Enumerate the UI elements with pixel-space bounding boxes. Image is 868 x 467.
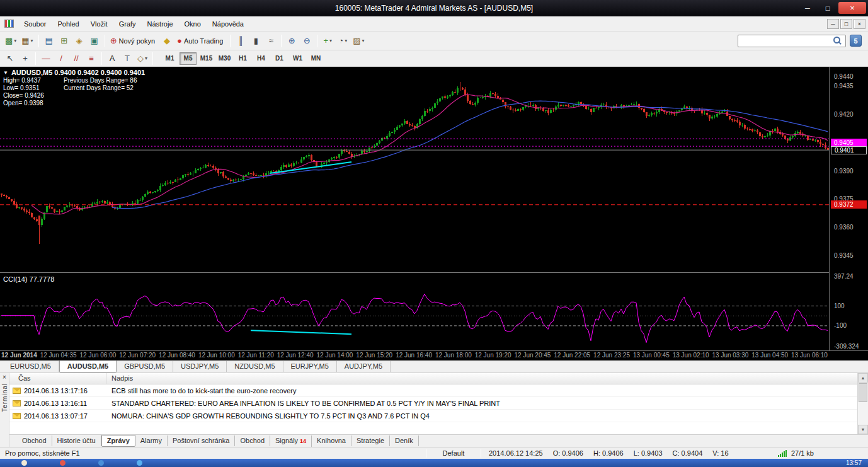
scroll-thumb[interactable] [859,383,867,402]
zoom-out-button[interactable]: ⊖ [299,33,314,49]
new-chart-button[interactable]: ▩▾ [3,33,19,49]
mdi-restore-button[interactable]: □ [840,19,852,29]
mdi-minimize-button[interactable]: ─ [827,19,839,29]
news-row[interactable]: 2014.06.13 13:17:16ECB still has more to… [9,384,857,397]
time-axis[interactable]: 12 Jun 201412 Jun 04:3512 Jun 06:0012 Ju… [0,350,868,360]
menu-item-vlo-it[interactable]: Vložit [85,18,113,30]
windows-taskbar: 13:57 [0,459,868,467]
data-window-button[interactable]: ⊞ [57,33,72,49]
chart-tab-nzdusd-m5[interactable]: NZDUSD,M5 [227,361,283,372]
taskbar-app-icon[interactable] [21,460,27,466]
text-label-button[interactable]: T [120,51,135,66]
news-row[interactable]: 2014.06.13 13:16:11STANDARD CHARTERED: E… [9,397,857,410]
new-order-button[interactable]: ⊕Nový pokyn [108,33,159,49]
menu-item-grafy[interactable]: Grafy [113,18,142,30]
mdi-close-button[interactable]: × [854,19,865,29]
chart-tabs-bar: EURUSD,M5AUDUSD,M5GBPUSD,M5USDJPY,M5NZDU… [0,360,868,373]
scroll-down-arrow-icon[interactable]: ▼ [858,425,868,434]
terminal-tab-alarmy[interactable]: Alarmy [135,435,168,446]
price-scale[interactable]: 0.94400.94350.94200.94050.93900.93750.93… [829,67,868,350]
mdi-window-controls: ─ □ × [827,19,865,29]
terminal-tab-knihovna[interactable]: Knihovna [312,435,351,446]
menu-item-n-stroje[interactable]: Nástroje [142,18,179,30]
scroll-up-arrow-icon[interactable]: ▲ [858,373,868,383]
menu-item-soubor[interactable]: Soubor [18,18,52,30]
line-chart-button[interactable]: ≈ [263,33,278,49]
timeframe-d1-button[interactable]: D1 [271,52,288,65]
autotrading-button[interactable]: ●Auto Trading [174,33,227,49]
quote-part: L: 0.9403 [634,449,663,457]
fibonacci-button[interactable]: ≡ [84,51,99,66]
new-order-icon: ⊕ [110,37,117,45]
metaeditor-button[interactable]: ◆ [159,33,174,49]
periods-button[interactable]: ◔▾ [335,33,350,49]
column-header-time[interactable]: Čas [9,373,106,384]
timeframe-h1-button[interactable]: H1 [234,52,251,65]
menubar: SouborPohledVložitGrafyNástrojeOknoNápov… [0,16,868,32]
chart-tab-eurjpy-m5[interactable]: EURJPY,M5 [283,361,337,372]
terminal-tab-sign-ly[interactable]: Signály14 [270,435,312,447]
bar-chart-button[interactable]: ║ [233,33,248,49]
trendline-button[interactable]: / [54,51,69,66]
search-icon[interactable] [833,37,842,45]
timeframe-m5-button[interactable]: M5 [180,52,197,65]
candlestick-chart-button[interactable]: ▮ [248,33,263,49]
terminal-tab-obchod[interactable]: Obchod [235,435,270,446]
search-input[interactable] [738,35,846,47]
navigator-button[interactable]: ◈ [72,33,87,49]
arrows-button[interactable]: ◇▾ [135,51,150,66]
chart-tab-eurusd-m5[interactable]: EURUSD,M5 [3,361,59,372]
timeframe-m30-button[interactable]: M30 [216,52,233,65]
indicators-button[interactable]: +▾ [320,33,335,49]
templates-button[interactable]: ▨▾ [350,33,367,49]
info-left: Close= 0.9426 [3,92,64,99]
menu-item-okno[interactable]: Okno [179,18,207,30]
minimize-button[interactable]: ─ [798,2,817,14]
news-scrollbar[interactable]: ▲ ▼ [857,373,868,434]
one-click-trading-arrow-icon[interactable]: ▼ [3,70,8,76]
terminal-tab-po-tovn-schr-nka[interactable]: Poštovní schránka [168,435,236,446]
price-chart[interactable] [0,67,829,350]
taskbar-app-icon[interactable] [60,460,66,466]
terminal-tab-strategie[interactable]: Strategie [351,435,390,446]
terminal-tab-den-k[interactable]: Deník [390,435,419,446]
cursor-button[interactable]: ↖ [3,51,18,66]
news-row[interactable]: 2014.06.13 13:07:17NOMURA: CHINA'S GDP G… [9,410,857,422]
market-watch-button[interactable]: ▤ [42,33,57,49]
chart-tab-gbpusd-m5[interactable]: GBPUSD,M5 [117,361,173,372]
timeframe-mn-button[interactable]: MN [307,52,324,65]
terminal-button[interactable]: ▣ [87,33,102,49]
time-label: 12 Jun 10:00 [198,352,235,359]
crosshair-button[interactable]: + [18,51,33,66]
terminal-tab-historie-tu[interactable]: Historie účtu [52,435,101,446]
terminal-tab-zpr-vy[interactable]: Zprávy [101,435,135,447]
horizontal-line-button[interactable]: — [38,51,54,66]
new-chart-icon: ▩ [5,37,13,45]
mql5-community-button[interactable]: 5 [850,35,862,47]
close-button[interactable]: × [838,2,866,14]
timeframe-w1-button[interactable]: W1 [289,52,306,65]
taskbar-app-icon[interactable] [98,460,104,466]
periods-icon: ◔ [338,37,343,45]
text-button[interactable]: A [105,51,120,66]
zoom-in-button[interactable]: ⊕ [284,33,299,49]
terminal-tabs: ObchodHistorie účtuZprávyAlarmyPoštovní … [9,434,868,447]
menu-item-pohled[interactable]: Pohled [52,18,84,30]
profiles-button[interactable]: ▦▾ [19,33,35,49]
chart-tab-audjpy-m5[interactable]: AUDJPY,M5 [337,361,391,372]
toolbar-separator [230,35,231,47]
column-header-headline[interactable]: Nadpis [106,373,857,384]
chart-tab-usdjpy-m5[interactable]: USDJPY,M5 [173,361,227,372]
timeframe-h4-button[interactable]: H4 [253,52,270,65]
templates-icon: ▨ [353,37,360,45]
timeframe-m15-button[interactable]: M15 [198,52,215,65]
terminal-close-button[interactable]: × [3,373,6,381]
menu-item-n-pov-da[interactable]: Nápověda [207,18,249,30]
chart-tab-audusd-m5[interactable]: AUDUSD,M5 [59,360,117,372]
terminal-tab-obchod[interactable]: Obchod [17,435,52,446]
status-profile[interactable]: Default [426,449,481,457]
taskbar-app-icon[interactable] [137,460,142,466]
maximize-button[interactable]: □ [818,2,837,14]
timeframe-m1-button[interactable]: M1 [161,52,178,65]
channel-button[interactable]: // [69,51,84,66]
